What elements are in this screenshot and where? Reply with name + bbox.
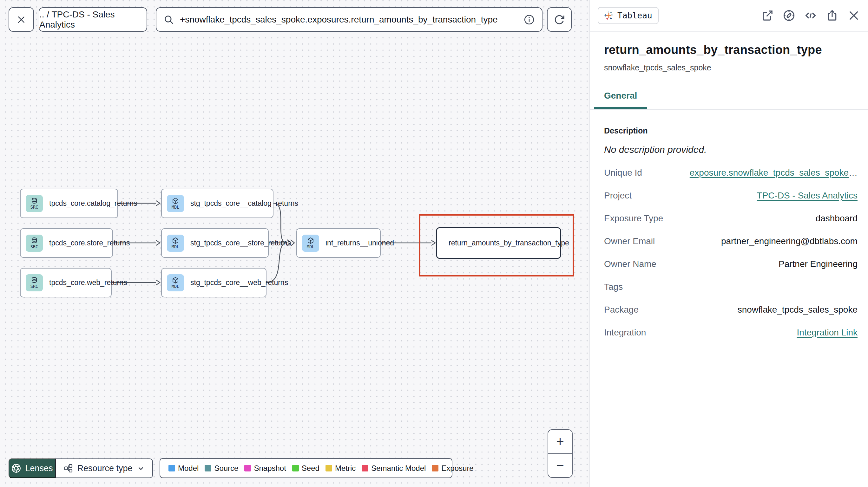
zoom-controls: + − [548,429,572,478]
graph-node-int-returns-unioned[interactable]: MDL int_returns__unioned [296,228,381,258]
info-icon[interactable] [524,14,535,25]
cube-icon [172,237,179,245]
lenses-button[interactable]: Lenses [8,458,56,478]
panel-tabs: General [590,91,868,110]
graph-node-source-catalog-returns[interactable]: SRC tpcds_core.catalog_returns [20,189,118,218]
search-input[interactable] [180,14,518,25]
node-label: tpcds_core.catalog_returns [49,199,137,208]
description-value: No description provided. [604,144,858,155]
cube-icon [172,197,179,205]
tableau-badge: Tableau [598,7,659,24]
database-icon [30,197,38,205]
share-icon [826,9,838,22]
source-badge: SRC [26,274,43,291]
graph-node-exposure-selected[interactable]: return_amounts_by_transaction_type [436,227,561,259]
graph-node-stg-web-returns[interactable]: MDL stg_tpcds_core__web_returns [161,268,267,297]
arrowhead [156,201,160,206]
compass-icon [783,9,795,22]
edge [267,243,287,283]
field-row-project: Project TPC-DS - Sales Analytics [604,184,858,207]
resource-type-legend: Model Source Snapshot Seed Metric Semant… [160,458,453,478]
model-badge: MDL [167,235,184,252]
model-badge: MDL [167,274,184,291]
field-row-tags: Tags [604,275,858,298]
page-title: return_amounts_by_transaction_type [604,43,854,57]
graph-node-stg-store-returns[interactable]: MDL stg_tpcds_core__store_returns [161,228,269,258]
source-badge: SRC [26,235,43,252]
field-row-unique-id: Unique Id exposure.snowflake_tpcds_sales… [604,161,858,184]
close-icon [16,14,26,25]
tab-general[interactable]: General [594,91,647,109]
node-label: stg_tpcds_core__web_returns [190,279,288,287]
database-icon [30,277,38,284]
exposure-details-panel: Tableau return_am [590,0,868,487]
graph-node-stg-catalog-returns[interactable]: MDL stg_tpcds_core__catalog_returns [161,189,274,218]
general-section: Description No description provided. Uni… [590,110,868,344]
resource-type-label: Resource type [77,463,132,474]
cube-icon [172,277,179,284]
graph-node-source-web-returns[interactable]: SRC tpcds_core.web_returns [20,268,112,297]
breadcrumb[interactable]: .. / TPC-DS - Sales Analytics [39,7,147,32]
description-label: Description [604,126,858,135]
close-lineage-button[interactable] [8,7,34,32]
semantic-model-color-chip [362,465,368,472]
external-link-icon [761,9,774,22]
legend-item-source: Source [205,464,238,473]
graph-node-source-store-returns[interactable]: SRC tpcds_core.store_returns [20,228,113,258]
snapshot-color-chip [244,465,251,472]
zoom-out-button[interactable]: − [548,454,572,478]
integration-link[interactable]: Integration Link [797,327,858,338]
lenses-label: Lenses [25,463,53,474]
panel-header: Tableau [590,0,868,32]
close-icon [847,9,860,22]
legend-item-metric: Metric [326,464,355,473]
package-subtitle: snowflake_tpcds_sales_spoke [604,63,854,72]
code-button[interactable] [804,9,817,22]
node-label: int_returns__unioned [326,239,394,247]
model-badge: MDL [167,195,184,212]
model-badge: MDL [302,235,319,252]
exposure-color-chip [432,465,438,472]
project-link[interactable]: TPC-DS - Sales Analytics [757,191,858,201]
field-row-package: Package snowflake_tpcds_sales_spoke [604,298,858,321]
legend-item-semantic-model: Semantic Model [362,464,426,473]
unique-id-link[interactable]: exposure.snowflake_tpcds_sales_spoke [690,168,849,177]
resource-type-dropdown[interactable]: Resource type [56,458,153,478]
model-color-chip [168,465,175,472]
aperture-icon [11,463,21,474]
code-icon [804,9,817,22]
legend-item-model: Model [168,464,198,473]
node-label: return_amounts_by_transaction_type [448,239,569,247]
node-label: tpcds_core.web_returns [49,279,127,287]
share-button[interactable] [826,9,839,22]
integration-badge-label: Tableau [617,11,652,20]
edge [274,203,287,243]
node-label: stg_tpcds_core__catalog_returns [190,199,298,208]
legend-item-seed: Seed [292,464,319,473]
cube-icon [307,237,314,245]
legend-item-exposure: Exposure [432,464,473,473]
node-label: tpcds_core.store_returns [49,239,130,247]
refresh-icon [554,14,565,25]
refresh-button[interactable] [547,7,572,32]
close-panel-button[interactable] [847,9,860,22]
field-row-owner-name: Owner Name Partner Engineering [604,253,858,275]
explore-button[interactable] [782,9,796,22]
open-external-button[interactable] [761,9,774,22]
node-label: stg_tpcds_core__store_returns [190,239,291,247]
seed-color-chip [292,465,299,472]
legend-item-snapshot: Snapshot [244,464,286,473]
lineage-search-bar [156,7,542,32]
database-icon [30,237,38,245]
zoom-in-button[interactable]: + [548,430,572,454]
search-icon [163,14,174,25]
arrowhead [156,240,160,246]
field-row-exposure-type: Exposure Type dashboard [604,207,858,230]
arrowhead [156,280,160,285]
lineage-canvas[interactable]: SRC tpcds_core.catalog_returns SRC tpcds… [0,0,590,487]
field-row-owner-email: Owner Email partner_engineering@dbtlabs.… [604,230,858,253]
resource-type-icon [63,463,73,473]
field-row-integration: Integration Integration Link [604,321,858,344]
metric-color-chip [326,465,332,472]
chevron-down-icon [137,464,145,473]
